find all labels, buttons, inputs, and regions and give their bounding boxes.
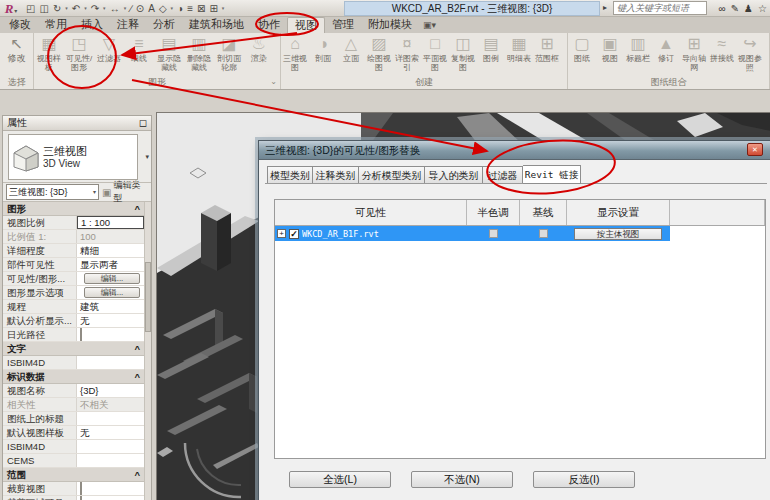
tab-modify[interactable]: 修改 <box>2 17 38 33</box>
tree-expand-icon[interactable]: + <box>277 229 286 238</box>
filters-button[interactable]: ▽过滤器 <box>94 34 124 73</box>
link-visibility-checkbox[interactable]: ✓ <box>289 229 299 239</box>
chevron-down-icon[interactable]: ▾ <box>432 20 437 30</box>
tab-architecture-site[interactable]: 建筑和场地 <box>182 17 251 33</box>
thin-lines-button[interactable]: ≡细线 <box>124 34 154 73</box>
section-icon[interactable]: ◑ <box>177 1 183 16</box>
tab-annotation-categories[interactable]: 注释类别 <box>313 166 359 184</box>
chevron-down-icon[interactable]: ▾ <box>65 5 68 11</box>
tab-analytical-model-categories[interactable]: 分析模型类别 <box>359 166 425 184</box>
tag-icon[interactable]: ⊙ <box>136 1 144 16</box>
revisions-button[interactable]: ▲修订 <box>652 34 680 73</box>
select-all-button[interactable]: 全选(L) <box>289 471 391 488</box>
default-3d-view-icon[interactable]: ◇ <box>159 1 167 16</box>
link-row[interactable]: +✓WKCD_AR_B1F.rvt 按主体视图 <box>275 226 765 241</box>
render-button[interactable]: ♨渲染 <box>244 34 274 73</box>
property-row-cems[interactable]: CEMS <box>3 454 144 468</box>
switch-windows-icon[interactable]: ⊞ <box>209 1 217 16</box>
section-graphics[interactable]: 图形^ <box>3 202 144 216</box>
tab-view[interactable]: 视图 <box>287 17 325 33</box>
view-button[interactable]: ▣视图 <box>596 34 624 73</box>
plan-views-button[interactable]: □平面视图 <box>421 34 449 73</box>
communication-center-icon[interactable]: ♟ <box>744 1 753 16</box>
select-none-button[interactable]: 不选(N) <box>411 471 513 488</box>
search-input[interactable] <box>613 1 707 15</box>
sheet-button[interactable]: ▢图纸 <box>568 34 596 73</box>
tab-collaborate[interactable]: 协作 <box>251 17 287 33</box>
property-row-title-on-sheet[interactable]: 图纸上的标题 <box>3 412 144 426</box>
3d-view-button[interactable]: ⌂三维视图 <box>281 34 309 73</box>
tab-filters[interactable]: 过滤器 <box>483 166 523 184</box>
property-row-detail-level[interactable]: 详细程度精细 <box>3 244 144 258</box>
save-icon[interactable]: ◫ <box>39 1 48 16</box>
open-icon[interactable]: ◰ <box>26 1 35 16</box>
tab-addins[interactable]: 附加模块 <box>361 17 419 33</box>
property-row-default-analysis-display[interactable]: 默认分析显示...无 <box>3 314 144 328</box>
remove-hidden-lines-button[interactable]: ▥删除隐藏线 <box>184 34 214 73</box>
view-templates-button[interactable]: ▦视图样板 <box>34 34 64 73</box>
property-row-isbim4d-text[interactable]: ISBIM4D <box>3 356 144 370</box>
edit-visibility-graphics-button[interactable]: 编辑... <box>84 273 140 284</box>
palette-options-icon[interactable]: ◻ <box>139 116 147 130</box>
property-row-view-name[interactable]: 视图名称{3D} <box>3 384 144 398</box>
callout-button[interactable]: ¤详图索引 <box>393 34 421 73</box>
measure-icon[interactable]: ↔ <box>110 1 120 16</box>
favorites-star-icon[interactable]: ☆ <box>758 1 767 16</box>
type-selector[interactable]: 三维视图3D View ▾ <box>3 131 151 183</box>
cut-profile-button[interactable]: ◪剖切面轮廓 <box>214 34 244 73</box>
tab-imported-categories[interactable]: 导入的类别 <box>425 166 483 184</box>
properties-header[interactable]: 属性◻ <box>3 116 151 131</box>
redo-icon[interactable]: ↷ <box>91 1 99 16</box>
undo-icon[interactable]: ↶ <box>72 1 80 16</box>
chevron-down-icon[interactable]: ▾ <box>84 5 87 11</box>
aligned-dimension-icon[interactable]: ∕ <box>130 1 132 16</box>
invert-selection-button[interactable]: 反选(I) <box>533 471 635 488</box>
sync-icon[interactable]: ↻ <box>53 1 61 16</box>
property-row-discipline[interactable]: 规程建筑 <box>3 300 144 314</box>
guide-grid-button[interactable]: ⊞导向轴网 <box>680 34 708 73</box>
section-identity-data[interactable]: 标识数据^ <box>3 370 144 384</box>
drafting-view-button[interactable]: ▨绘图视图 <box>365 34 393 73</box>
modify-button[interactable]: ↖修改 <box>0 34 33 66</box>
ribbon-state-icon[interactable]: ▣ <box>423 20 432 30</box>
dialog-launcher-icon[interactable]: ⌄ <box>270 76 277 88</box>
legends-button[interactable]: ▤图例 <box>477 34 505 73</box>
chevron-down-icon[interactable]: ▾ <box>222 5 225 11</box>
close-hidden-windows-icon[interactable]: ⊠ <box>197 1 205 16</box>
tab-analyze[interactable]: 分析 <box>146 17 182 33</box>
property-row-view-scale[interactable]: 视图比例1 : 100 <box>3 216 144 230</box>
section-text[interactable]: 文字^ <box>3 342 144 356</box>
tab-home[interactable]: 常用 <box>38 17 74 33</box>
search-binoculars-icon[interactable]: ∞ <box>719 1 726 16</box>
edit-graphic-display-button[interactable]: 编辑... <box>84 287 140 298</box>
section-button[interactable]: ◑剖面 <box>309 34 337 73</box>
view-instance-selector[interactable]: 三维视图: {3D}▾ <box>6 184 99 200</box>
show-hidden-lines-button[interactable]: ▤显示隐藏线 <box>154 34 184 73</box>
underlay-checkbox[interactable] <box>539 229 548 238</box>
palette-scrollbar[interactable] <box>144 202 151 500</box>
display-settings-button[interactable]: 按主体视图 <box>574 228 662 240</box>
chevron-down-icon[interactable]: ▾ <box>171 5 174 11</box>
title-block-button[interactable]: ▥标题栏 <box>624 34 652 73</box>
property-row-parts-visibility[interactable]: 部件可见性显示两者 <box>3 258 144 272</box>
sun-path-checkbox[interactable] <box>80 328 82 341</box>
halftone-checkbox[interactable] <box>489 229 498 238</box>
tab-model-categories[interactable]: 模型类别 <box>267 166 313 184</box>
schedules-button[interactable]: ▦明细表 <box>505 34 533 73</box>
section-extents[interactable]: 范围^ <box>3 468 144 482</box>
duplicate-view-button[interactable]: ◫复制视图 <box>449 34 477 73</box>
elevation-button[interactable]: △立面 <box>337 34 365 73</box>
view-reference-button[interactable]: ↪视图参照 <box>736 34 764 73</box>
chevron-down-icon[interactable]: ▾ <box>103 5 106 11</box>
scrollbar-thumb[interactable] <box>145 262 151 332</box>
matchline-button[interactable]: ≈拼接线 <box>708 34 736 73</box>
close-icon[interactable]: ✕ <box>747 143 763 156</box>
crop-region-visible-checkbox[interactable] <box>80 496 82 500</box>
title-expand-icon[interactable]: ▸ <box>603 3 607 12</box>
chevron-down-icon[interactable]: ▾ <box>145 153 149 161</box>
property-row-default-view-template[interactable]: 默认视图样板无 <box>3 426 144 440</box>
chevron-down-icon[interactable]: ▾ <box>124 5 127 11</box>
tab-insert[interactable]: 插入 <box>74 17 110 33</box>
subscription-pen-icon[interactable]: ✎ <box>731 1 739 16</box>
tab-manage[interactable]: 管理 <box>325 17 361 33</box>
